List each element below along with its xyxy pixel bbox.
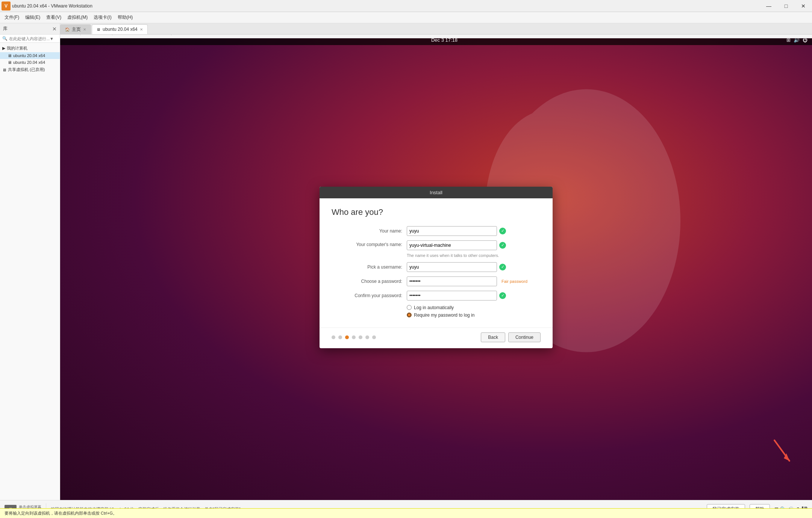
minimize-button[interactable]: — — [760, 0, 777, 12]
label-username: Pick a username: — [332, 264, 407, 270]
dot-7 — [372, 335, 376, 339]
dot-6 — [365, 335, 369, 339]
sidebar: 库 ✕ 🔍 ▼ ▶ 我的计算机 🖥 ubuntu 20.04 x64 🖥 ubu… — [0, 23, 60, 500]
bottom-message-bar: 要将输入定向到该虚拟机，请在虚拟机内部单击或按 Ctrl+G。 — [0, 508, 812, 518]
sidebar-vm-icon-2: 🖥 — [8, 60, 12, 65]
sidebar-search-icon: 🔍 — [2, 36, 8, 41]
maximize-button[interactable]: □ — [777, 0, 795, 12]
menu-vm[interactable]: 虚拟机(M) — [64, 13, 91, 22]
label-password: Choose a password: — [332, 279, 407, 284]
radio-require-password-label[interactable]: Require my password to log in — [414, 313, 474, 318]
sidebar-item-my-computers[interactable]: ▶ 我的计算机 — [0, 44, 60, 52]
app-icon: V — [2, 2, 11, 11]
input-wrap-confirm-password: ✓ — [407, 291, 541, 301]
radio-login-auto-label[interactable]: Log in automatically — [414, 305, 454, 310]
sidebar-search-bar: 🔍 ▼ — [0, 35, 60, 43]
label-computer-name: Your computer's name: — [332, 240, 407, 247]
dialog-footer: Back Continue — [320, 328, 553, 348]
sidebar-search-input[interactable] — [9, 36, 50, 41]
ubuntu-tab-icon: 🖥 — [97, 27, 100, 32]
sidebar-item-label: ubuntu 20.04 x64 — [13, 60, 45, 65]
menu-help[interactable]: 帮助(H) — [115, 13, 136, 22]
form-row-confirm-password: Confirm your password: ✓ — [332, 291, 541, 301]
sidebar-search-arrow[interactable]: ▼ — [50, 36, 54, 41]
input-username[interactable] — [407, 262, 497, 272]
input-wrap-name: ✓ — [407, 226, 541, 236]
progress-dots — [332, 335, 376, 339]
tab-home-close[interactable]: ✕ — [83, 27, 86, 32]
sidebar-vm-icon-1: 🖥 — [8, 53, 12, 58]
dot-1 — [332, 335, 335, 339]
form-row-name: Your name: ✓ — [332, 226, 541, 236]
sidebar-item-label: 我的计算机 — [7, 45, 27, 51]
tab-home[interactable]: 🏠 主页 ✕ — [60, 24, 91, 34]
menu-view[interactable]: 查看(V) — [43, 13, 64, 22]
radio-require-password[interactable] — [407, 313, 412, 317]
sidebar-item-shared-vms[interactable]: 🖥 共享虚拟机 (已弃用) — [0, 66, 60, 74]
input-password[interactable] — [407, 276, 497, 286]
install-dialog: Install Who are you? Your name: ✓ Your c… — [320, 187, 553, 348]
titlebar: V ubuntu 20.04 x64 - VMware Workstation … — [0, 0, 812, 12]
tab-ubuntu-close[interactable]: ✕ — [140, 27, 143, 32]
sidebar-item-label: 共享虚拟机 (已弃用) — [8, 67, 45, 72]
radio-row-require-password: Require my password to log in — [332, 313, 541, 318]
label-your-name: Your name: — [332, 228, 407, 234]
dialog-title: Install — [430, 190, 442, 195]
close-button[interactable]: ✕ — [795, 0, 812, 12]
dialog-body: Who are you? Your name: ✓ Your computer'… — [320, 198, 553, 328]
valid-icon-computer-name: ✓ — [499, 242, 506, 249]
continue-button[interactable]: Continue — [508, 332, 541, 342]
sidebar-title: 库 — [3, 26, 8, 32]
computer-name-hint: The name it uses when it talks to other … — [407, 253, 499, 258]
dialog-buttons: Back Continue — [481, 332, 541, 342]
home-icon: 🏠 — [65, 27, 70, 32]
sidebar-item-ubuntu-1[interactable]: 🖥 ubuntu 20.04 x64 — [0, 52, 60, 59]
titlebar-title: ubuntu 20.04 x64 - VMware Workstation — [12, 3, 760, 9]
dialog-heading: Who are you? — [332, 207, 541, 217]
tab-ubuntu-label: ubuntu 20.04 x64 — [103, 27, 138, 32]
form-row-computer-name: Your computer's name: ✓ The name it uses… — [332, 240, 541, 258]
menu-edit[interactable]: 编辑(E) — [22, 13, 43, 22]
valid-icon-username: ✓ — [499, 264, 506, 270]
tab-ubuntu[interactable]: 🖥 ubuntu 20.04 x64 ✕ — [92, 24, 148, 34]
valid-icon-name: ✓ — [499, 228, 506, 234]
tab-home-label: 主页 — [72, 26, 81, 33]
input-wrap-username: ✓ — [407, 262, 541, 272]
input-confirm-password[interactable] — [407, 291, 497, 301]
input-wrap-computer-name: ✓ The name it uses when it talks to othe… — [407, 240, 541, 258]
sidebar-item-ubuntu-2[interactable]: 🖥 ubuntu 20.04 x64 — [0, 59, 60, 66]
dialog-titlebar: Install — [320, 187, 553, 198]
titlebar-controls: — □ ✕ — [760, 0, 812, 12]
dot-4 — [352, 335, 356, 339]
sidebar-close-button[interactable]: ✕ — [52, 26, 57, 32]
label-confirm-password: Confirm your password: — [332, 293, 407, 298]
sidebar-expand-icon: ▶ — [2, 46, 5, 51]
form-row-username: Pick a username: ✓ — [332, 262, 541, 272]
input-your-name[interactable] — [407, 226, 497, 236]
dot-5 — [359, 335, 362, 339]
valid-icon-confirm-password: ✓ — [499, 292, 506, 299]
vm-content-area[interactable]: Dec 3 17:18 ⊞ 🔊 ⏻ Install Who are you? Y… — [60, 35, 812, 500]
back-button[interactable]: Back — [481, 332, 505, 342]
arrow-svg — [771, 436, 793, 467]
form-row-password: Choose a password: Fair password — [332, 276, 541, 286]
sidebar-tree: ▶ 我的计算机 🖥 ubuntu 20.04 x64 🖥 ubuntu 20.0… — [0, 43, 60, 75]
arrow-pointer — [771, 436, 793, 468]
sidebar-share-icon: 🖥 — [2, 68, 6, 72]
tabbar: 🏠 主页 ✕ 🖥 ubuntu 20.04 x64 ✕ — [60, 23, 812, 35]
input-computer-name[interactable] — [407, 240, 497, 250]
radio-row-login-auto: Log in automatically — [332, 305, 541, 310]
password-strength-label: Fair password — [501, 279, 527, 284]
menubar: 文件(F) 编辑(E) 查看(V) 虚拟机(M) 选项卡(I) 帮助(H) — [0, 12, 812, 23]
input-wrap-password: Fair password — [407, 276, 541, 286]
menu-tabs[interactable]: 选项卡(I) — [91, 13, 114, 22]
sidebar-item-label: ubuntu 20.04 x64 — [13, 53, 45, 58]
dialog-overlay: Install Who are you? Your name: ✓ Your c… — [60, 35, 812, 500]
bottom-message-text: 要将输入定向到该虚拟机，请在虚拟机内部单击或按 Ctrl+G。 — [5, 510, 117, 516]
menu-file[interactable]: 文件(F) — [2, 13, 22, 22]
radio-login-auto[interactable] — [407, 305, 412, 310]
dot-2 — [338, 335, 342, 339]
sidebar-header: 库 ✕ — [0, 23, 60, 35]
dot-3 — [345, 335, 349, 339]
